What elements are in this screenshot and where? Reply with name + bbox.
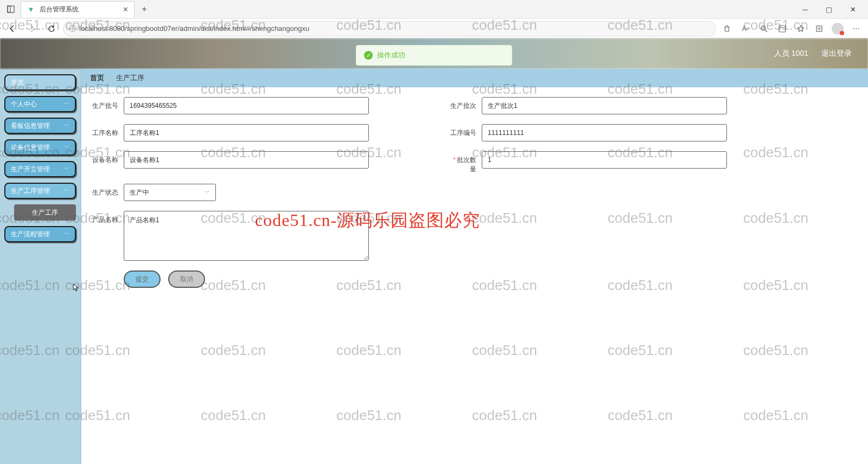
cancel-button[interactable]: 取消 [168, 270, 205, 288]
label-equipment-name: 设备名称 [89, 151, 124, 165]
vue-favicon-icon: ▼ [27, 5, 35, 14]
forward-button[interactable] [24, 21, 40, 37]
tab-title: 后台管理系统 [40, 5, 118, 14]
chevron-down-icon: ﹀ [64, 100, 69, 108]
browser-tab[interactable]: ▼ 后台管理系统 ✕ [21, 1, 135, 17]
sidebar-item-production-open[interactable]: 生产开立管理 ﹀ [4, 161, 76, 177]
sidebar-item-equipment[interactable]: 设备信息管理 ﹀ [4, 139, 76, 156]
input-process-name[interactable] [124, 124, 369, 141]
collections-icon[interactable] [812, 21, 827, 36]
more-menu-icon[interactable]: ⋯ [848, 21, 864, 36]
chevron-down-icon: ﹀ [64, 187, 69, 195]
chevron-down-icon: ﹀ [64, 230, 69, 238]
sidebar-item-label: 个人中心 [11, 100, 37, 109]
toast-text: 操作成功 [377, 50, 405, 60]
success-toast: ✓ 操作成功 [356, 45, 512, 66]
toolbar-icons: A» ⋯ [719, 21, 864, 36]
label-batch-qty: *批次数量 [447, 151, 482, 174]
favorites-icon[interactable] [793, 21, 808, 36]
sidebar-item-label: 设备信息管理 [11, 143, 50, 152]
textarea-product-name[interactable] [124, 211, 369, 261]
profile-avatar[interactable] [830, 21, 845, 36]
window-minimize-button[interactable]: ─ [793, 1, 817, 17]
site-info-icon[interactable]: ⓘ [69, 24, 76, 34]
success-check-icon: ✓ [364, 51, 373, 60]
zoom-icon[interactable] [756, 21, 771, 36]
label-process-name: 工序名称 [89, 124, 124, 138]
back-button[interactable] [4, 21, 21, 37]
apps-icon[interactable] [775, 21, 790, 36]
tab-home[interactable]: 首页 [90, 73, 104, 83]
submit-button[interactable]: 提交 [124, 270, 161, 288]
shopping-icon[interactable] [719, 21, 735, 36]
chevron-down-icon: ﹀ [64, 165, 69, 173]
label-product-name: 产品名称 [89, 211, 124, 224]
read-aloud-icon[interactable]: A» [738, 21, 753, 36]
chevron-down-icon: ﹀ [64, 122, 69, 130]
select-status[interactable]: 生产中 ﹀ [124, 184, 216, 201]
chevron-down-icon: ﹀ [205, 189, 210, 196]
current-user[interactable]: 人员 1001 [774, 49, 808, 59]
input-batch[interactable] [482, 97, 727, 114]
label-process-code: 工序编号 [447, 124, 482, 138]
svg-line-3 [765, 30, 767, 32]
input-equipment-name[interactable] [124, 151, 369, 169]
sidebar-item-label: 生产流程管理 [11, 230, 50, 239]
tabs-bar: 首页 生产工序 [81, 69, 868, 87]
logout-link[interactable]: 退出登录 [821, 49, 852, 59]
tab-actions-icon[interactable] [3, 2, 18, 17]
input-batch-qty[interactable] [482, 151, 727, 169]
label-batch-no: 生产批号 [89, 97, 124, 111]
sidebar-item-kanban[interactable]: 看板信息管理 ﹀ [4, 118, 76, 134]
new-tab-button[interactable]: + [137, 2, 152, 17]
app-root: ✓ 操作成功 人员 1001 退出登录 首页 个人中心 ﹀ 看板信息管理 ﹀ 设… [0, 38, 868, 464]
sidebar-subitem-process[interactable]: 生产工序 [14, 204, 76, 221]
browser-chrome: ▼ 后台管理系统 ✕ + ─ ▢ ✕ ⓘ localhost:8080/spri… [0, 0, 868, 38]
input-process-code[interactable] [482, 124, 727, 141]
sidebar-item-production-flow[interactable]: 生产流程管理 ﹀ [4, 226, 76, 242]
svg-rect-0 [8, 6, 14, 12]
content-area: 首页 生产工序 生产批号 生产批次 工序名称 [81, 69, 868, 464]
form-area: 生产批号 生产批次 工序名称 工序编号 [81, 87, 868, 464]
sidebar-item-label: 看板信息管理 [11, 121, 50, 131]
tab-current[interactable]: 生产工序 [116, 73, 144, 83]
select-status-value: 生产中 [130, 188, 149, 197]
refresh-button[interactable] [43, 21, 60, 37]
svg-rect-1 [8, 6, 10, 12]
window-close-button[interactable]: ✕ [841, 1, 865, 17]
sidebar-item-personal[interactable]: 个人中心 ﹀ [4, 96, 76, 112]
sidebar-item-home[interactable]: 首页 [4, 74, 76, 91]
sidebar-item-label: 生产工序管理 [11, 186, 50, 196]
sidebar-item-label: 首页 [11, 78, 24, 87]
label-status: 生产状态 [89, 184, 124, 197]
url-text: localhost:8080/springbootd07er/admin/dis… [79, 24, 309, 33]
chevron-down-icon: ﹀ [64, 144, 69, 151]
svg-rect-5 [779, 25, 786, 32]
input-batch-no[interactable] [124, 97, 369, 114]
tab-close-icon[interactable]: ✕ [123, 5, 129, 14]
window-maximize-button[interactable]: ▢ [817, 1, 841, 17]
sidebar-subitem-label: 生产工序 [32, 208, 58, 217]
sidebar: 首页 个人中心 ﹀ 看板信息管理 ﹀ 设备信息管理 ﹀ 生产开立管理 ﹀ 生产工… [0, 69, 81, 464]
address-bar[interactable]: ⓘ localhost:8080/springbootd07er/admin/d… [63, 21, 716, 36]
label-batch: 生产批次 [447, 97, 482, 111]
sidebar-item-label: 生产开立管理 [11, 165, 50, 174]
sidebar-item-production-process[interactable]: 生产工序管理 ﹀ [4, 183, 76, 199]
